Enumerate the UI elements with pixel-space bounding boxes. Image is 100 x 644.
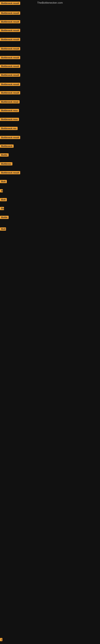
- bottleneck-badge-row-22: B: [0, 189, 3, 193]
- bottleneck-badge[interactable]: Bottleneck: [0, 144, 14, 148]
- bottleneck-badge-row-3: Bottleneck result: [0, 20, 20, 24]
- bottleneck-badge[interactable]: Bottleneck result: [0, 64, 20, 68]
- bottleneck-badge[interactable]: Bottleneck resul: [0, 100, 20, 104]
- bottleneck-badge[interactable]: Bottleneck result: [0, 171, 20, 174]
- bottleneck-badge-row-5: Bottleneck result: [0, 38, 20, 42]
- bottleneck-badge[interactable]: Bottleneck result: [0, 91, 20, 94]
- bottleneck-badge[interactable]: Bolt: [0, 228, 6, 231]
- bottleneck-badge[interactable]: Bott: [0, 180, 7, 183]
- bottleneck-badge-row-14: Bottleneck resu: [0, 118, 19, 122]
- bottleneck-badge-row-24: Bo: [0, 207, 4, 211]
- bottleneck-badge[interactable]: Bottlenec: [0, 162, 12, 166]
- bottleneck-badge-row-18: Bottle: [0, 153, 9, 158]
- bottleneck-badge-row-2: Bottleneck result: [0, 12, 20, 16]
- bottleneck-badge-row-21: Bott: [0, 180, 7, 184]
- bottleneck-badge-row-10: Bottleneck result: [0, 83, 20, 87]
- bottleneck-badge[interactable]: Bottleneck result: [0, 56, 20, 59]
- bottleneck-badge-row-6: Bottleneck result: [0, 47, 20, 51]
- bottleneck-badge[interactable]: Bottleneck result: [0, 20, 20, 23]
- bottleneck-badge-row-25: Bottle: [0, 216, 9, 220]
- bottleneck-badge-row-23: Bott: [0, 198, 7, 202]
- bottleneck-badge[interactable]: Bottleneck result: [0, 12, 20, 15]
- bottleneck-badge[interactable]: Bottleneck res: [0, 127, 18, 130]
- bottleneck-badge[interactable]: Bottleneck result: [0, 29, 20, 32]
- bottleneck-badge[interactable]: Bottleneck result: [0, 38, 20, 41]
- bottleneck-badge-row-26: Bolt: [0, 228, 6, 232]
- bottleneck-badge[interactable]: Bottleneck result: [0, 2, 20, 5]
- bottleneck-badge-row-7: Bottleneck result: [0, 56, 20, 60]
- bottleneck-badge-row-27: |: [0, 638, 2, 642]
- bottleneck-badge-row-19: Bottlenec: [0, 162, 12, 166]
- bottleneck-badge-row-12: Bottleneck resul: [0, 100, 20, 104]
- bottleneck-badge-row-11: Bottleneck result: [0, 91, 20, 95]
- bottleneck-badge[interactable]: Bottle: [0, 216, 9, 219]
- bottleneck-badge[interactable]: Bott: [0, 198, 7, 201]
- bottleneck-badge[interactable]: Bottleneck resu: [0, 118, 19, 121]
- bottleneck-badge[interactable]: |: [0, 638, 2, 641]
- bottleneck-badge-row-15: Bottleneck res: [0, 127, 18, 131]
- bottleneck-badge-row-16: Bottleneck result: [0, 136, 20, 140]
- bottleneck-badge-row-17: Bottleneck: [0, 144, 14, 148]
- bottleneck-badge-row-1: Bottleneck result: [0, 2, 20, 6]
- bottleneck-badge-row-9: Bottleneck result: [0, 74, 20, 78]
- bottleneck-badge[interactable]: Bottleneck result: [0, 74, 20, 77]
- bottleneck-badge-row-20: Bottleneck result: [0, 171, 20, 175]
- bottleneck-badge[interactable]: Bottleneck result: [0, 83, 20, 86]
- bottleneck-badge[interactable]: Bottleneck resu: [0, 109, 19, 112]
- bottleneck-badge[interactable]: Bottle: [0, 153, 9, 156]
- bottleneck-badge[interactable]: Bo: [0, 207, 4, 210]
- bottleneck-badge[interactable]: B: [0, 189, 3, 192]
- bottleneck-badge[interactable]: Bottleneck result: [0, 136, 20, 139]
- bottleneck-badge-row-4: Bottleneck result: [0, 29, 20, 33]
- bottleneck-badge-row-8: Bottleneck result: [0, 64, 20, 69]
- bottleneck-badge[interactable]: Bottleneck result: [0, 47, 20, 50]
- bottleneck-badge-row-13: Bottleneck resu: [0, 109, 19, 113]
